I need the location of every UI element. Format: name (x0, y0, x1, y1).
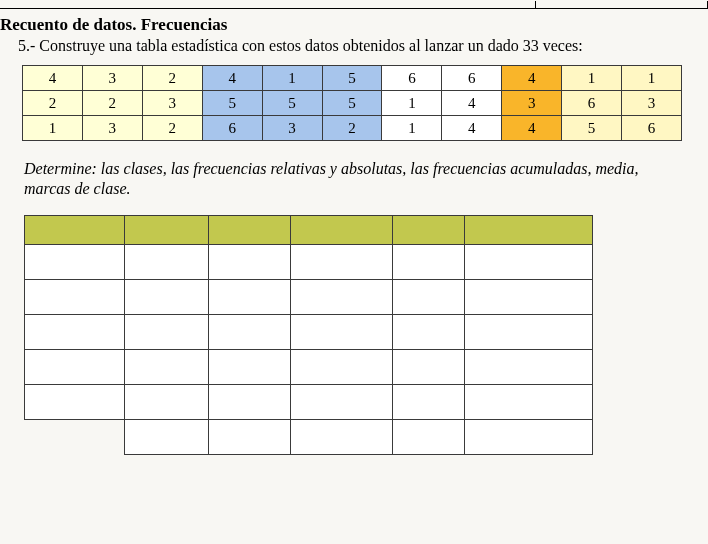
data-cell: 4 (202, 66, 262, 91)
answer-cell (25, 385, 125, 420)
data-row: 13263214456 (23, 116, 682, 141)
answer-cell (125, 315, 209, 350)
section-title: Recuento de datos. Frecuencias (0, 15, 708, 35)
data-cell: 1 (382, 116, 442, 141)
data-cell: 3 (502, 91, 562, 116)
answer-header-cell (393, 216, 465, 245)
answer-table (24, 215, 593, 455)
answer-cell (25, 245, 125, 280)
answer-cell (25, 350, 125, 385)
answer-cell (25, 280, 125, 315)
answer-cell (291, 350, 393, 385)
answer-cell (291, 280, 393, 315)
data-cell: 4 (502, 116, 562, 141)
data-cell: 6 (382, 66, 442, 91)
answer-header-row (25, 216, 593, 245)
data-cell: 3 (262, 116, 322, 141)
data-cell: 5 (262, 91, 322, 116)
answer-footer-cell (125, 420, 209, 455)
data-cell: 1 (622, 66, 682, 91)
data-table: 432415664112235551436313263214456 (22, 65, 682, 141)
data-cell: 5 (562, 116, 622, 141)
answer-footer-cell (209, 420, 291, 455)
data-cell: 2 (23, 91, 83, 116)
answer-footer-cell (393, 420, 465, 455)
answer-footer-row (25, 420, 593, 455)
data-cell: 6 (202, 116, 262, 141)
answer-row (25, 315, 593, 350)
answer-header-cell (209, 216, 291, 245)
data-cell: 2 (322, 116, 382, 141)
data-cell: 2 (142, 116, 202, 141)
answer-row (25, 280, 593, 315)
problem-number: 5.- (18, 37, 35, 54)
answer-cell (393, 280, 465, 315)
data-cell: 3 (142, 91, 202, 116)
data-row: 43241566411 (23, 66, 682, 91)
answer-cell (291, 385, 393, 420)
data-cell: 1 (382, 91, 442, 116)
answer-cell (465, 280, 593, 315)
answer-footer-spacer (25, 420, 125, 455)
data-cell: 1 (23, 116, 83, 141)
answer-cell (125, 385, 209, 420)
data-cell: 2 (82, 91, 142, 116)
answer-cell (465, 385, 593, 420)
data-cell: 1 (562, 66, 622, 91)
answer-header-cell (465, 216, 593, 245)
answer-cell (209, 315, 291, 350)
answer-cell (393, 245, 465, 280)
answer-row (25, 350, 593, 385)
answer-cell (209, 350, 291, 385)
answer-row (25, 385, 593, 420)
answer-footer-cell (291, 420, 393, 455)
answer-cell (291, 245, 393, 280)
answer-cell (125, 280, 209, 315)
data-cell: 6 (562, 91, 622, 116)
top-border-rule (0, 8, 708, 9)
answer-header-cell (125, 216, 209, 245)
answer-cell (291, 315, 393, 350)
answer-cell (393, 385, 465, 420)
answer-footer-cell (465, 420, 593, 455)
data-cell: 2 (142, 66, 202, 91)
data-cell: 5 (322, 66, 382, 91)
data-cell: 4 (23, 66, 83, 91)
data-cell: 1 (262, 66, 322, 91)
data-cell: 5 (202, 91, 262, 116)
answer-header-cell (25, 216, 125, 245)
instruction-text: Determine: las clases, las frecuencias r… (24, 159, 684, 199)
answer-cell (393, 350, 465, 385)
data-cell: 3 (82, 116, 142, 141)
data-cell: 6 (622, 116, 682, 141)
answer-header-cell (291, 216, 393, 245)
data-cell: 4 (442, 116, 502, 141)
data-cell: 6 (442, 66, 502, 91)
answer-cell (209, 245, 291, 280)
data-cell: 4 (442, 91, 502, 116)
data-row: 22355514363 (23, 91, 682, 116)
answer-cell (465, 350, 593, 385)
answer-row (25, 245, 593, 280)
problem-statement: 5.- Construye una tabla estadística con … (18, 37, 708, 55)
answer-cell (125, 350, 209, 385)
answer-cell (25, 315, 125, 350)
data-cell: 3 (622, 91, 682, 116)
answer-cell (465, 315, 593, 350)
problem-text: Construye una tabla estadística con esto… (39, 37, 582, 54)
answer-cell (209, 280, 291, 315)
answer-cell (209, 385, 291, 420)
data-cell: 4 (502, 66, 562, 91)
data-cell: 3 (82, 66, 142, 91)
answer-cell (125, 245, 209, 280)
data-cell: 5 (322, 91, 382, 116)
answer-cell (393, 315, 465, 350)
answer-cell (465, 245, 593, 280)
